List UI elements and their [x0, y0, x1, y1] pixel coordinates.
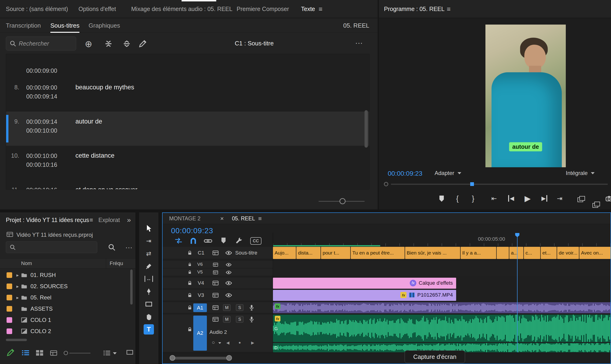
- mark-out-icon[interactable]: }: [472, 194, 474, 203]
- label-chip[interactable]: [7, 306, 12, 312]
- chevron-down-icon[interactable]: [113, 352, 117, 354]
- label-chip[interactable]: [7, 284, 12, 289]
- eye-icon[interactable]: [225, 281, 232, 285]
- label-chip[interactable]: [7, 317, 12, 323]
- label-chip[interactable]: [7, 272, 12, 278]
- slip-tool[interactable]: ↔: [144, 274, 154, 284]
- explorer-tab[interactable]: Explorat: [98, 212, 124, 227]
- caption-search[interactable]: [6, 37, 76, 51]
- item-row[interactable]: COLO 1: [0, 314, 135, 326]
- track-source-icon[interactable]: [213, 263, 218, 267]
- track-source-icon[interactable]: [213, 271, 218, 274]
- subtitle-clip[interactable]: pour t...: [321, 247, 350, 259]
- mark-in-icon[interactable]: {: [456, 194, 459, 203]
- add-marker-icon[interactable]: [221, 237, 226, 244]
- audio-track-target-a2[interactable]: A2: [193, 316, 207, 351]
- bin-row[interactable]: ▸ 02. SOURCES: [0, 281, 135, 292]
- column-divider[interactable]: [106, 259, 106, 269]
- thumb-size-track[interactable]: [69, 353, 90, 353]
- program-video-preview[interactable]: autour de: [486, 25, 566, 167]
- column-nom[interactable]: Nom: [21, 260, 32, 266]
- audio-track-target-a1[interactable]: A1: [193, 303, 207, 312]
- lock-icon[interactable]: [187, 250, 192, 255]
- extract-icon[interactable]: [593, 202, 599, 207]
- lock-icon[interactable]: [187, 305, 192, 310]
- chevron-right-icon[interactable]: ▸: [14, 295, 21, 300]
- subtitle-clip[interactable]: a...: [509, 247, 523, 259]
- lock-icon[interactable]: [187, 281, 192, 286]
- captions-more-icon[interactable]: …: [355, 37, 364, 46]
- empty-track-v5[interactable]: [273, 269, 611, 276]
- program-playhead[interactable]: [470, 182, 474, 186]
- playhead-line[interactable]: [517, 233, 517, 352]
- selection-tool[interactable]: [144, 223, 154, 234]
- subtitle-clip[interactable]: Tu en a peut être...: [351, 247, 405, 259]
- eye-icon[interactable]: [225, 293, 232, 297]
- next-keyframe-icon[interactable]: ▶: [251, 340, 254, 345]
- audio-clip-a2-left[interactable]: [273, 315, 611, 342]
- subtitle-clip[interactable]: Bien sûr, je vais ...: [405, 247, 460, 259]
- bin-row[interactable]: ▸ 01. RUSH: [0, 270, 135, 281]
- mute-button[interactable]: M: [223, 304, 231, 311]
- caption-search-input[interactable]: [19, 40, 72, 47]
- caption-zoom-knob[interactable]: [339, 198, 346, 204]
- video-clip-v3[interactable]: fx P1012657.MP4: [273, 290, 456, 301]
- lock-icon[interactable]: [188, 262, 192, 267]
- project-search-input[interactable]: [18, 244, 93, 251]
- subtitle-clip[interactable]: Aujo...: [273, 247, 296, 259]
- hand-tool[interactable]: [144, 312, 154, 322]
- subtitle-track-name[interactable]: Sous-titre: [235, 250, 257, 256]
- mute-button[interactable]: M: [223, 316, 231, 323]
- captions-cc-icon[interactable]: CC: [250, 237, 262, 245]
- list-view-icon[interactable]: [22, 350, 29, 356]
- project-file-name[interactable]: Vidéo YT 11 idées reçus.prproj: [16, 232, 93, 238]
- thumb-size-knob[interactable]: [64, 351, 68, 355]
- ripple-edit-tool[interactable]: ⇄: [144, 248, 154, 259]
- subtitle-clip[interactable]: Il y a a...: [461, 247, 496, 259]
- edit-pencil-icon[interactable]: [139, 40, 147, 48]
- sort-icon[interactable]: [103, 350, 111, 356]
- timeline-zoom-handle-right[interactable]: [226, 355, 232, 361]
- caption-row[interactable]: 8. 00:00:09:0000:00:09:14 beaucoup de my…: [6, 78, 369, 112]
- merge-captions-icon[interactable]: [104, 40, 112, 48]
- track-select-tool[interactable]: ⇥: [144, 236, 154, 246]
- eye-icon[interactable]: [226, 271, 232, 274]
- program-scrub-zoom-handle[interactable]: [384, 182, 388, 186]
- lock-icon[interactable]: [188, 270, 192, 274]
- go-to-in-icon[interactable]: ⇤: [491, 195, 497, 202]
- timeline-timecode[interactable]: 00:00:09:23: [171, 226, 213, 235]
- track-label[interactable]: V4: [198, 280, 204, 286]
- eye-icon[interactable]: [226, 263, 232, 266]
- solo-button[interactable]: S: [236, 304, 243, 311]
- burned-caption[interactable]: autour de: [509, 142, 542, 151]
- tab-montage-2[interactable]: MONTAGE 2: [169, 213, 201, 224]
- nest-toggle-icon[interactable]: [175, 237, 182, 244]
- tab-effect-controls[interactable]: Options d'effet: [79, 0, 116, 18]
- rectangle-tool[interactable]: [144, 299, 154, 309]
- chevron-right-icon[interactable]: ▸: [14, 284, 21, 289]
- audio-clip-a1[interactable]: [273, 302, 611, 313]
- split-captions-icon[interactable]: [123, 40, 131, 48]
- label-chip[interactable]: [7, 295, 12, 300]
- caption-track-selector[interactable]: C1 : Sous-titre: [235, 40, 274, 47]
- empty-track-v6[interactable]: [273, 261, 611, 268]
- project-scrollbar[interactable]: [130, 270, 133, 305]
- track-label[interactable]: C1: [198, 250, 204, 256]
- edit-original-pencil-icon[interactable]: [7, 349, 14, 356]
- caption-list-scrollbar[interactable]: [364, 110, 368, 148]
- freeform-view-icon[interactable]: [50, 350, 57, 356]
- add-marker-icon[interactable]: [439, 195, 445, 202]
- mic-icon[interactable]: [249, 316, 254, 322]
- go-to-out-icon[interactable]: ⇥: [557, 195, 562, 202]
- program-panel-menu-icon[interactable]: ≡: [447, 0, 451, 18]
- add-keyframe-icon[interactable]: ●: [238, 340, 241, 345]
- track-source-icon[interactable]: [212, 250, 219, 255]
- track-source-icon[interactable]: [212, 317, 219, 322]
- track-source-icon[interactable]: [212, 293, 219, 298]
- caption-row[interactable]: 11. 00:00:10:1600:00:11:03 et donc on va…: [6, 180, 369, 190]
- tab-sous-titres[interactable]: Sous-titres: [50, 18, 79, 33]
- lock-icon[interactable]: [187, 293, 192, 298]
- tab-transcription[interactable]: Transcription: [6, 18, 41, 33]
- tab-texte[interactable]: Texte: [301, 0, 315, 18]
- close-tab-icon[interactable]: ×: [220, 213, 224, 224]
